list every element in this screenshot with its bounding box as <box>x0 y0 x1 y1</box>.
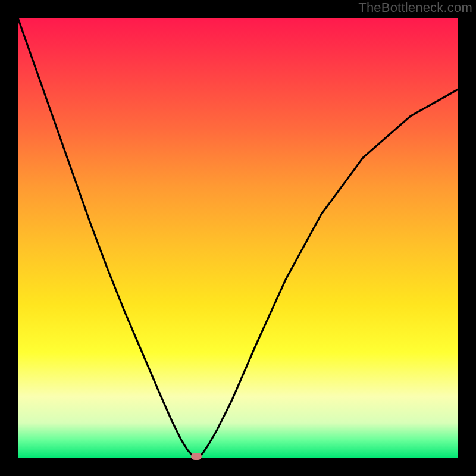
bottleneck-curve <box>18 18 458 458</box>
plot-area <box>18 18 458 458</box>
curve-svg <box>18 18 458 458</box>
minimum-marker <box>191 453 202 460</box>
chart-container: { "watermark": "TheBottleneck.com", "cha… <box>0 0 476 476</box>
watermark-text: TheBottleneck.com <box>358 0 472 15</box>
